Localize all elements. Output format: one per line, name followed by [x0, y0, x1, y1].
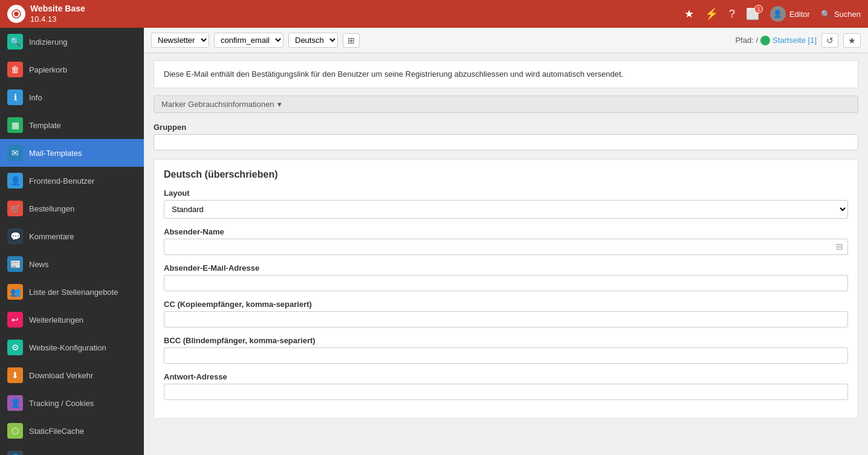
cc-group: CC (Kopieempfänger, komma-separiert): [164, 300, 848, 328]
bcc-group: BCC (Blindempfänger, komma-separiert): [164, 336, 848, 364]
sidebar-item-label: Info: [29, 93, 42, 102]
sidebar-item-download-verkehr[interactable]: ⬇ Download Verkehr: [0, 361, 144, 389]
logo-icon: [7, 5, 25, 23]
app-title: Website Base 10.4.13: [30, 3, 85, 25]
weiterleitungen-icon: ↩: [7, 312, 23, 328]
lightning-icon[interactable]: ⚡: [705, 7, 718, 21]
sidebar-item-label: Indizierung: [29, 37, 68, 47]
content-area: Newsletter confirm_email Deutsch ⊞ Pfad:…: [144, 28, 868, 455]
sidebar-item-info[interactable]: ℹ Info: [0, 83, 144, 111]
lang-dropdown[interactable]: Deutsch: [288, 33, 338, 48]
antwort-label: Antwort-Adresse: [164, 372, 848, 381]
sidebar-item-label: Website-Konfiguration: [29, 343, 106, 352]
svg-point-0: [14, 11, 19, 16]
absender-name-input[interactable]: [164, 239, 848, 255]
app-logo[interactable]: Website Base 10.4.13: [7, 3, 85, 25]
marker-insert-icon[interactable]: ⊟: [836, 242, 843, 251]
news-icon: 📰: [7, 256, 23, 272]
sidebar-item-label: Kommentare: [29, 232, 74, 241]
email-dropdown[interactable]: confirm_email: [214, 33, 283, 48]
info-icon: ℹ: [7, 89, 23, 105]
cc-input[interactable]: [164, 311, 848, 328]
website-konfiguration-icon: ⚙: [7, 340, 23, 355]
breadcrumb-area: Pfad: / Startseite [1] ↺ ★: [735, 33, 861, 48]
notification-icon[interactable]: ⬜ 1: [746, 7, 759, 21]
sidebar-item-label: Liste der Stellenangebote: [29, 288, 118, 297]
search-label: Suchen: [834, 10, 861, 19]
absender-email-input[interactable]: [164, 275, 848, 291]
kommentare-icon: 💬: [7, 228, 23, 244]
editor-button[interactable]: 👤 Editor: [770, 6, 810, 22]
breadcrumb: Pfad: / Startseite [1]: [735, 36, 817, 45]
sidebar-item-label: Template: [29, 121, 61, 130]
sidebar-item-label: Tracking / Cookies: [29, 399, 94, 408]
editor-avatar: 👤: [770, 6, 786, 22]
editor-label: Editor: [789, 10, 810, 19]
absender-email-label: Absender-E-Mail-Adresse: [164, 263, 848, 273]
sidebar-item-label: Frontend-Benutzer: [29, 176, 94, 186]
layout-label: Layout: [164, 189, 848, 198]
breadcrumb-prefix: Pfad: /: [735, 36, 758, 45]
globe-icon: [760, 36, 770, 45]
absender-email-group: Absender-E-Mail-Adresse: [164, 263, 848, 291]
sidebar-item-weiterleitungen[interactable]: ↩ Weiterleitungen: [0, 306, 144, 334]
edit-icon-button[interactable]: ⊞: [343, 33, 360, 48]
sidebar-item-label: Mail-Templates: [29, 149, 82, 158]
deutsch-section: Deutsch (überschrieben) Layout Standard …: [154, 159, 858, 419]
bestellungen-icon: 🛒: [7, 201, 23, 216]
template-dropdown[interactable]: Newsletter: [151, 33, 209, 48]
layout-select[interactable]: Standard: [164, 200, 848, 219]
sidebar-item-mail-templates[interactable]: ✉ Mail-Templates: [0, 139, 144, 167]
marker-chevron-icon: ▾: [277, 100, 282, 109]
sidebar-item-indizierung[interactable]: 🔍 Indizierung: [0, 28, 144, 56]
layout-group: Layout Standard: [164, 189, 848, 219]
sidebar-item-frontend-benutzer[interactable]: 👤 Frontend-Benutzer: [0, 167, 144, 195]
toolbar-row1: Newsletter confirm_email Deutsch ⊞ Pfad:…: [144, 28, 868, 53]
sidebar-item-bestellungen[interactable]: 🛒 Bestellungen: [0, 195, 144, 222]
help-icon[interactable]: ?: [729, 8, 735, 21]
frontend-benutzer-icon: 👤: [7, 173, 23, 189]
sidebar-item-staticfilecache[interactable]: ⬡ StaticFileCache: [0, 417, 144, 445]
star-icon[interactable]: ★: [684, 7, 694, 21]
sidebar-item-template[interactable]: ▦ Template: [0, 111, 144, 139]
notification-badge: 1: [754, 5, 763, 13]
description-text: Diese E-Mail enthält den Bestätigungslin…: [154, 60, 858, 88]
absender-name-wrapper: ⊟: [164, 239, 848, 255]
sidebar: 🔍 Indizierung 🗑 Papierkorb ℹ Info ▦ Temp…: [0, 28, 144, 455]
refresh-button[interactable]: ↺: [821, 33, 838, 48]
absender-name-group: Absender-Name ⊟: [164, 227, 848, 255]
marker-bar[interactable]: Marker Gebrauchsinformationen ▾: [154, 95, 858, 113]
sidebar-item-label: Papierkorb: [29, 65, 67, 74]
papierkorb-icon: 🗑: [7, 62, 23, 77]
sidebar-item-stellenangebote[interactable]: 👥 Liste der Stellenangebote: [0, 278, 144, 306]
main-layout: 🔍 Indizierung 🗑 Papierkorb ℹ Info ▦ Temp…: [0, 28, 868, 455]
sidebar-section-seitenverwaltung[interactable]: 🌐 Seitenverwaltung ▲: [0, 445, 144, 455]
star-bookmark-button[interactable]: ★: [843, 33, 861, 48]
antwort-group: Antwort-Adresse: [164, 372, 848, 400]
sidebar-item-website-konfiguration[interactable]: ⚙ Website-Konfiguration: [0, 334, 144, 361]
breadcrumb-link[interactable]: Startseite [1]: [772, 36, 817, 45]
sidebar-item-label: StaticFileCache: [29, 427, 84, 436]
sidebar-item-papierkorb[interactable]: 🗑 Papierkorb: [0, 56, 144, 83]
antwort-input[interactable]: [164, 384, 848, 400]
sidebar-item-news[interactable]: 📰 News: [0, 250, 144, 278]
topbar: Website Base 10.4.13 ★ ⚡ ? ⬜ 1 👤 Editor …: [0, 0, 868, 28]
seitenverwaltung-icon: 🌐: [7, 451, 23, 455]
staticfilecache-icon: ⬡: [7, 423, 23, 439]
gruppen-input[interactable]: [154, 134, 858, 150]
absender-name-label: Absender-Name: [164, 227, 848, 236]
download-verkehr-icon: ⬇: [7, 367, 23, 383]
tracking-cookies-icon: 👤: [7, 395, 23, 411]
marker-label: Marker Gebrauchsinformationen: [161, 100, 274, 109]
sidebar-item-label: Bestellungen: [29, 204, 74, 213]
indizierung-icon: 🔍: [7, 34, 23, 50]
gruppen-label: Gruppen: [154, 123, 858, 132]
bcc-label: BCC (Blindempfänger, komma-separiert): [164, 336, 848, 345]
search-button[interactable]: 🔍 Suchen: [821, 10, 861, 19]
sidebar-item-tracking-cookies[interactable]: 👤 Tracking / Cookies: [0, 389, 144, 417]
bcc-input[interactable]: [164, 347, 848, 364]
section-left: 🌐 Seitenverwaltung: [7, 451, 89, 455]
sidebar-item-label: Weiterleitungen: [29, 315, 83, 324]
sidebar-item-kommentare[interactable]: 💬 Kommentare: [0, 222, 144, 250]
gruppen-group: Gruppen: [154, 123, 858, 150]
